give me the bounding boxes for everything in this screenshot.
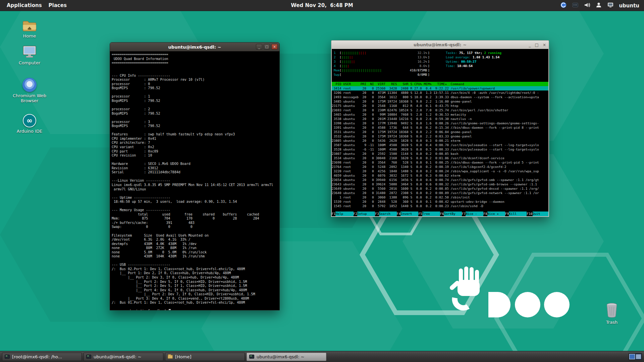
taskbar-button-label: ubuntu@imx6-qsdl: ~ (257, 354, 305, 359)
keyboard-indicator-icon[interactable] (572, 2, 579, 10)
taskbar-window-button-4[interactable]: ubuntu@imx6-qsdl: ~ (247, 353, 326, 361)
desktop-icon-computer[interactable]: Computer (9, 44, 50, 65)
process-row[interactable]: 3398 ubuntu 20 0 177M 13940 9492 S 0.0 1… (332, 121, 548, 125)
process-row[interactable]: 23693 root 20 0 230M 62476 10524 S 2.0 7… (332, 108, 548, 112)
function-key: F10Quit (527, 212, 548, 216)
taskbar-button-label: ubuntu@imx6-qsdl: ~ (94, 354, 142, 359)
workspace-1[interactable] (630, 354, 635, 359)
process-row[interactable]: 4659 ubuntu 20 0 6076 3032 1672 S 0.0 0.… (332, 173, 548, 178)
terminal-line: --- Uptime ------------------ (112, 196, 278, 200)
process-table-header[interactable]: PID USER PRI NI VIRT RES SHR S CPU% MEM%… (332, 82, 548, 86)
session-username[interactable]: ubuntu (619, 3, 639, 9)
process-row[interactable]: 3507 ubuntu 9 -11 100M 4508 3028 S 0.0 0… (332, 143, 548, 147)
terminal-line (112, 69, 278, 74)
process-row[interactable]: 3220 root 20 0 4256 1848 1488 S 0.0 0.2 … (332, 169, 548, 173)
indicator-applet-icon[interactable] (560, 2, 567, 10)
taskbar-window-button-2[interactable]: ubuntu@imx6-qsdl: ~ (84, 353, 163, 361)
terminal-line: --- CPU Info ---------------- (112, 74, 278, 78)
process-row[interactable]: 3465 ubuntu 20 0 99M 10884 7468 S 2.0 1.… (332, 112, 548, 117)
maximize-button[interactable]: □ (264, 44, 270, 50)
process-table[interactable]: 3414 root 20 0 25360 3428 2408 R 27.0 0.… (332, 86, 548, 208)
process-row[interactable]: 1 root 20 0 3060 1388 896 S 0.0 0.2 0:02… (332, 195, 548, 199)
process-row[interactable]: 3538 ubuntu 20 0 201M 23448 14216 S 0.0 … (332, 117, 548, 121)
taskbar-window-button-1[interactable]: [root@imx6-qsdl: /ho... (2, 353, 82, 361)
process-row[interactable]: 23764 root 20 0 5248 2092 1340 S 0.0 0.2… (332, 165, 548, 169)
terminal-line (112, 204, 278, 208)
close-button[interactable]: × (271, 44, 278, 50)
maximize-button[interactable]: □ (535, 43, 539, 47)
window-titlebar[interactable]: ubuntu@imx6-qsdl: ~ _ □ × (331, 40, 549, 49)
process-row[interactable]: 3534 ubuntu 20 0 30048 2168 1620 S 0.0 0… (332, 156, 548, 160)
terminal-line: BogoMIPS : 790.52 (112, 86, 278, 90)
process-row[interactable]: 3414 root 20 0 25360 3428 2408 R 27.0 0.… (332, 86, 548, 90)
process-row[interactable]: 1539 root 20 0 2848 528 360 S 0.0 0.1 0:… (332, 199, 548, 204)
terminal-icon (5, 355, 10, 359)
terminal-lines: ============================ UDOO Quad B… (112, 53, 278, 305)
desktop-icon-home[interactable]: Home (9, 17, 50, 39)
terminal-output[interactable]: ============================ UDOO Quad B… (110, 51, 279, 310)
terminal-line: none 5.0M 0 5.0M 0% /run/lock (112, 250, 278, 255)
session-monitor-icon[interactable] (607, 2, 614, 9)
terminal-prompt-line: ubuntu@imx6-qsdl:~$ (112, 305, 278, 309)
process-row[interactable]: 23175 ubuntu 20 0 2548 1168 812 R 4.0 0.… (332, 104, 548, 108)
function-key: F6SortBy (440, 212, 462, 216)
window-titlebar[interactable]: ubuntu@imx6-qsdl: ~ _ □ × (110, 43, 279, 51)
terminal-line: processor : 0 (112, 82, 278, 86)
process-row[interactable]: 3391 ubuntu 20 0 4588 1736 644 S 0.0 0.2… (332, 125, 548, 130)
user-icon[interactable] (595, 2, 602, 10)
process-row[interactable]: 3528 ubuntu -6 -11 100M 4508 3028 S 0.0 … (332, 147, 548, 152)
process-row[interactable]: 3532 ubuntu 20 0 175M 19724 10368 S 0.0 … (332, 134, 548, 138)
process-row[interactable]: 23640 ubuntu 20 0 31480 2872 2308 S 0.0 … (332, 191, 548, 195)
desktop-icon-chromium[interactable]: Chromium Web Browser (9, 77, 50, 103)
terminal-line (112, 65, 278, 70)
function-key: F1Help (332, 212, 354, 216)
desktop-icon-label: Trash (596, 320, 627, 325)
process-row[interactable]: 3531 ubuntu 20 0 175M 19724 10368 S 0.0 … (332, 130, 548, 134)
panel-clock[interactable]: Wed Nov 20, 6:48 PM (278, 2, 366, 8)
htop-screen[interactable]: 1[|||||||||||||32.1%] 2[||||||13.6%] 3[|… (331, 49, 549, 217)
htop-summary: Tasks: 75, 117 thr; 2 running Load avera… (446, 51, 501, 68)
terminal-line: CPU variant : 0x2 (112, 145, 278, 149)
minimize-button[interactable]: _ (529, 43, 531, 47)
terminal-line: devtmpfs 438M 4.0K 438M 1% /dev (112, 242, 278, 246)
minimize-button[interactable]: _ (256, 44, 262, 50)
desktop-icon-label: Chromium Web Browser (9, 93, 50, 103)
terminal-line: none 438M 104K 438M 1% /run/shm (112, 254, 278, 259)
applications-menu[interactable]: Applications (7, 2, 42, 8)
terminal-cursor (169, 309, 171, 310)
process-row[interactable]: 23654 ubuntu 20 0 39940 6156 3456 S 0.0 … (332, 178, 548, 182)
cpu-meter: 4[||||8.6%] (334, 64, 548, 68)
volume-icon[interactable] (584, 2, 590, 10)
process-row[interactable]: 1545 root 20 0 5792 1852 1440 S 0.0 0.2 … (332, 204, 548, 208)
process-row[interactable]: 23807 ubuntu 20 0 2592 1500 1144 S 0.0 0… (332, 152, 548, 156)
window-title: ubuntu@imx6-qsdl: ~ (168, 45, 221, 50)
taskbar-window-button-3[interactable]: [Home] (165, 353, 245, 361)
window-controls: _ □ × (256, 44, 278, 50)
terminal-line: Filesystem Size Used Avail Use% Mounted … (112, 234, 278, 238)
desktop-icon-trash[interactable]: Trash (596, 302, 627, 325)
workspace-2[interactable] (636, 354, 641, 359)
chromium-icon (9, 77, 50, 92)
terminal-line (112, 103, 278, 108)
taskbar: [root@imx6-qsdl: /ho... ubuntu@imx6-qsdl… (0, 351, 644, 362)
terminal-line: /: Bus 02.Port 1: Dev 1, Class=root_hub,… (112, 267, 278, 272)
process-row[interactable]: 23643 ubuntu 20 0 39624 5080 3464 S 0.0 … (332, 182, 548, 186)
terminal-line: processor : 1 (112, 95, 278, 99)
process-row[interactable]: 23805 ubuntu 20 0 5436 2620 1828 S 0.0 0… (332, 138, 548, 143)
process-row[interactable]: 3206 root 20 0 473M 11304 4880 S 12.0 1.… (332, 90, 548, 95)
process-row[interactable]: 3485 ubuntu 20 0 175M 19724 10368 S 9.0 … (332, 99, 548, 104)
desktop-icon-label: Home (9, 34, 50, 39)
close-button[interactable]: × (543, 43, 546, 47)
workspace-switcher[interactable] (629, 353, 642, 360)
function-key: F9Kill (505, 212, 527, 216)
terminal-line: |__ Port 2: Dev 5, If 1, Class=HID, Driv… (112, 284, 278, 288)
terminal-line: Linux imx6-qsdl 3.0.35 #5 SMP PREEMPT Mo… (112, 183, 278, 187)
places-menu[interactable]: Places (49, 2, 67, 8)
function-key: F2Setup (354, 212, 375, 216)
desktop-icon-arduino[interactable]: ∞ Arduino IDE (9, 113, 50, 134)
terminal-line: ============================ (112, 61, 278, 65)
process-row[interactable]: 23649 ubuntu 20 0 5560 2016 1600 S 0.0 0… (332, 186, 548, 191)
terminal-line: --- Memory Usage ------------ (112, 208, 278, 213)
process-row[interactable]: 2493 messageb 20 0 3564 1612 800 S 10.0 … (332, 95, 548, 99)
process-row[interactable]: 23698 root 20 0 3564 760 528 S 0.0 0.1 0… (332, 160, 548, 165)
